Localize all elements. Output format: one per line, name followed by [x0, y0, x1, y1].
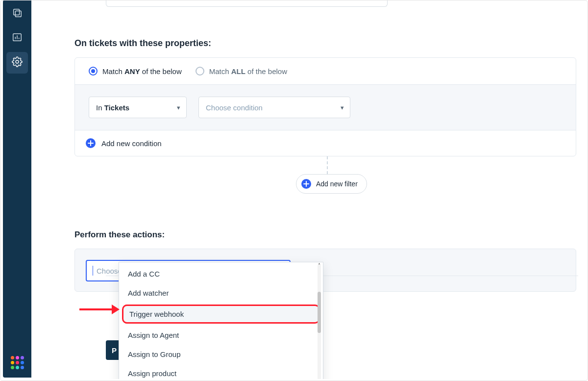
sidebar-item-reports[interactable]: [6, 27, 28, 49]
match-all-radio[interactable]: Match ALL of the below: [196, 67, 287, 76]
plus-circle-icon: [86, 138, 96, 148]
conditions-panel: Match ANY of the below Match ALL of the …: [74, 57, 576, 156]
gear-icon: [12, 56, 23, 69]
tickets-icon: [12, 7, 23, 20]
radio-unselected-icon: [196, 67, 204, 76]
bar-chart-icon: [12, 32, 23, 45]
svg-rect-1: [15, 11, 21, 17]
action-option-assign-product[interactable]: Assign product: [119, 364, 323, 379]
dropdown-scrollbar[interactable]: ▴ ▾: [316, 262, 322, 379]
action-option-add-cc[interactable]: Add a CC: [119, 264, 323, 283]
conditions-section-title: On tickets with these properties:: [74, 38, 582, 49]
sidebar-item-settings[interactable]: [6, 52, 28, 74]
main-content: On tickets with these properties: Match …: [31, 0, 586, 379]
match-any-label: Match ANY of the below: [102, 67, 182, 76]
in-entity-select[interactable]: In Tickets ▾: [89, 97, 187, 118]
action-option-trigger-webhook[interactable]: Trigger webhook: [119, 303, 323, 326]
filter-connector: Add new filter: [74, 156, 582, 195]
choose-condition-select[interactable]: Choose condition ▾: [198, 97, 350, 118]
scrollbar-thumb[interactable]: [318, 292, 321, 333]
dashed-connector-line: [327, 156, 328, 174]
plus-circle-icon: [301, 179, 311, 189]
cutoff-field-top[interactable]: [106, 0, 388, 7]
in-entity-value: In Tickets: [96, 103, 129, 112]
add-filter-button[interactable]: Add new filter: [296, 174, 367, 194]
match-any-radio[interactable]: Match ANY of the below: [89, 67, 182, 76]
annotation-arrow: [79, 307, 120, 312]
actions-section-title: Perform these actions:: [74, 230, 582, 240]
add-condition-button[interactable]: Add new condition: [75, 130, 576, 156]
chevron-down-icon: ▾: [177, 104, 180, 111]
sidebar-item-tickets[interactable]: [6, 3, 28, 25]
svg-rect-0: [14, 9, 20, 15]
text-cursor-icon: [93, 266, 93, 276]
choose-action-dropdown: Add a CC Add watcher Trigger webhook Ass…: [119, 262, 323, 379]
choose-condition-placeholder: Choose condition: [206, 103, 263, 112]
add-filter-label: Add new filter: [316, 180, 358, 188]
action-option-add-watcher[interactable]: Add watcher: [119, 283, 323, 303]
app-switcher-icon[interactable]: [9, 354, 25, 371]
action-option-assign-group[interactable]: Assign to Group: [119, 345, 323, 364]
condition-row: In Tickets ▾ Choose condition ▾: [75, 84, 576, 130]
add-condition-label: Add new condition: [101, 139, 162, 148]
action-option-assign-agent[interactable]: Assign to Agent: [119, 326, 323, 345]
svg-point-6: [16, 60, 19, 63]
left-sidebar: [3, 0, 31, 378]
match-all-label: Match ALL of the below: [209, 67, 287, 76]
radio-selected-icon: [89, 67, 98, 76]
chevron-down-icon: ▾: [341, 104, 344, 111]
